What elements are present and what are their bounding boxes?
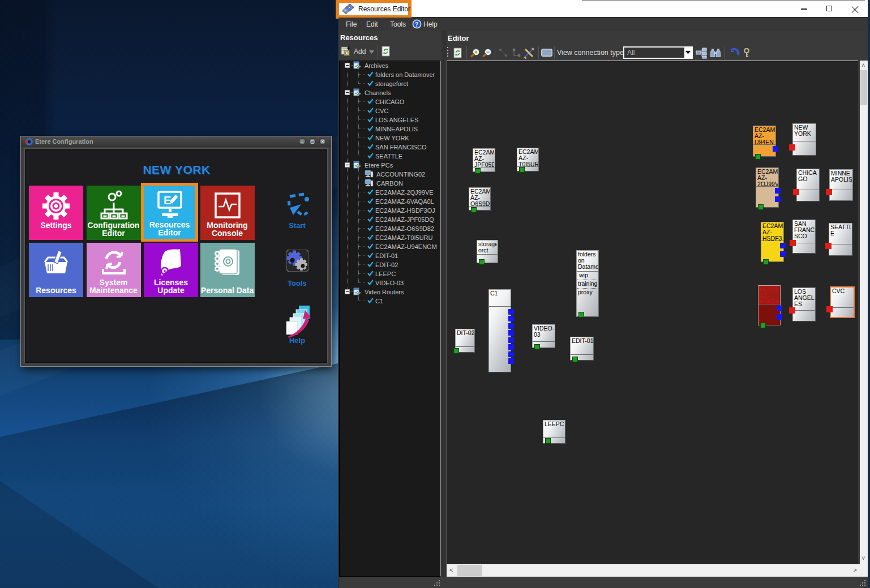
svg-text:E: E <box>164 194 171 207</box>
svg-text:?: ? <box>415 22 418 28</box>
